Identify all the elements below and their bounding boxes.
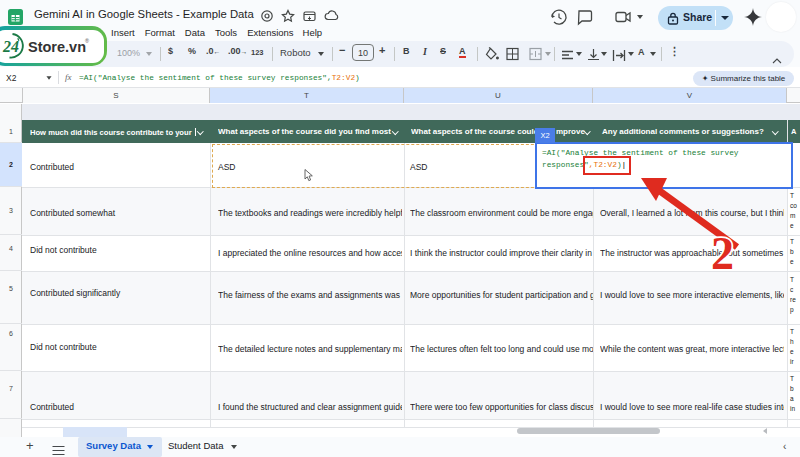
svg-text:24: 24 <box>2 38 19 55</box>
svg-text:2: 2 <box>711 228 734 279</box>
